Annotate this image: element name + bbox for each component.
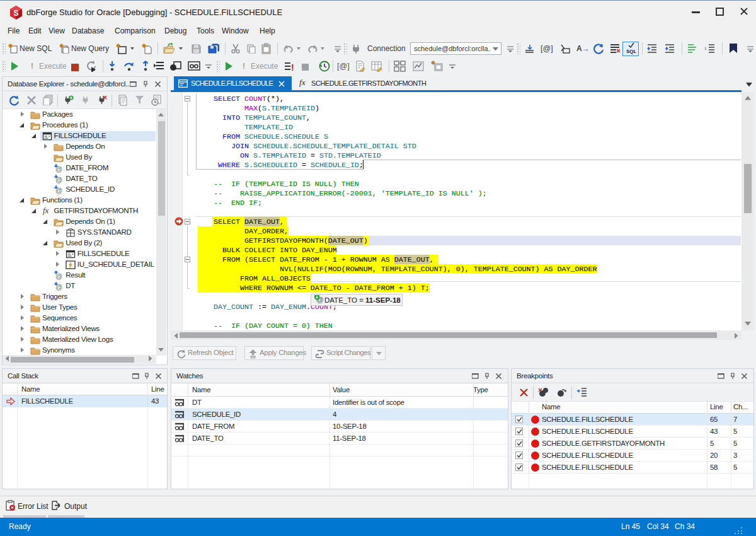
svg-text:¹: ¹	[704, 45, 707, 52]
svg-text:S: S	[13, 9, 18, 18]
svg-text:!: !	[291, 62, 294, 71]
svg-text:SQL: SQL	[626, 49, 636, 54]
